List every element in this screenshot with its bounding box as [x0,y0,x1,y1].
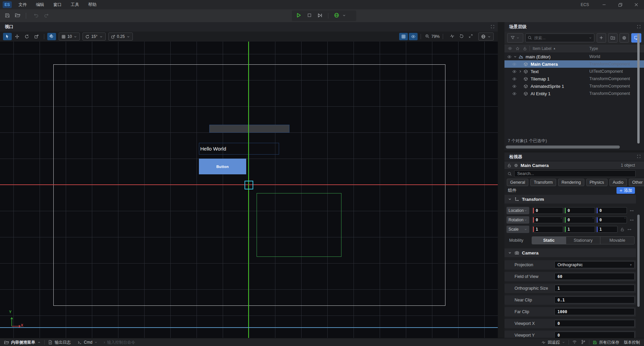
cmd-dropdown[interactable]: Cmd [77,340,98,345]
add-entity-button[interactable] [597,33,606,43]
menu-item[interactable]: 窗口 [52,1,63,8]
x-value-input[interactable]: 1 [532,226,563,233]
property-input[interactable]: 1000 [554,308,635,315]
app-logo[interactable]: ES [3,1,12,8]
chevron-right-icon[interactable] [518,69,522,73]
column-type[interactable]: Type [589,46,598,51]
camera-section-header[interactable]: Camera [504,248,636,257]
stop-button[interactable] [307,13,312,19]
property-input[interactable]: 60 [554,273,635,280]
sort-asc-icon[interactable]: ▲ [553,47,556,50]
close-button[interactable] [631,1,641,9]
trace-dropdown[interactable]: 回追踪 [541,340,565,345]
reset-view-icon[interactable] [459,34,464,40]
inspector-tab[interactable]: General [507,179,528,186]
visibility-eye-icon[interactable] [512,69,517,74]
minimize-button[interactable] [599,1,609,9]
transform-section-header[interactable]: Transform [504,195,636,204]
grid-toggle-button[interactable] [399,33,408,40]
run-target-chevron-icon[interactable] [342,13,346,18]
undo-icon[interactable] [34,13,39,19]
add-component-button[interactable]: 添加 [616,187,635,194]
hierarchy-search[interactable] [525,34,594,42]
hierarchy-vscrollbar[interactable] [637,34,640,143]
inspector-tab[interactable]: Transform [530,179,556,186]
save-icon[interactable] [5,13,10,19]
uniform-scale-lock-icon[interactable] [620,227,625,232]
eye-column-icon[interactable] [508,46,512,51]
inspector-expand-icon[interactable] [637,154,641,159]
run-target-globe-icon[interactable] [334,12,339,19]
text-object[interactable]: Hello World [199,143,279,155]
menu-item[interactable]: 帮助 [87,1,98,8]
rotation-snap-dropdown[interactable]: 15° [83,33,105,41]
object-settings-gear-icon[interactable] [514,163,518,168]
chevron-down-icon[interactable] [513,55,517,59]
hierarchy-row[interactable]: Main Camera TransformComponent [504,60,644,68]
y-value-input[interactable]: 0° [564,217,595,223]
hierarchy-expand-icon[interactable] [637,24,641,30]
inspector-tab[interactable]: Rendering [558,179,584,186]
visibility-toggle-button[interactable] [409,33,418,40]
z-value-input[interactable]: 1 [596,226,618,233]
menu-item[interactable]: 编辑 [34,1,46,8]
property-input[interactable]: 0 [554,332,635,338]
version-control-button[interactable]: 版本控制 [624,340,640,345]
select-tool-button[interactable] [3,33,12,40]
add-folder-button[interactable] [608,33,618,43]
save-status[interactable]: 所有已保存 [593,340,619,345]
axis-mode-dropdown[interactable]: Scale [506,226,529,233]
axis-mode-dropdown[interactable]: Rotation [506,216,529,224]
chevron-down-icon[interactable] [508,251,512,255]
inspector-search[interactable] [514,170,636,177]
hierarchy-search-input[interactable] [534,35,587,41]
y-value-input[interactable]: 1 [564,226,595,233]
rotate-tool-button[interactable] [22,33,31,40]
rect-edit-tool-button[interactable] [32,33,41,40]
property-input[interactable]: 1 [554,285,635,292]
fullscreen-icon[interactable] [469,34,473,39]
x-value-input[interactable]: 0 [532,207,563,214]
hierarchy-row[interactable]: Tilemap 1 TransformComponent [504,75,644,82]
reset-values-icon[interactable] [627,227,632,232]
grid-snap-dropdown[interactable]: 10 [59,33,80,41]
menu-item[interactable]: 工具 [69,1,81,8]
inspector-tab[interactable]: Physics [586,179,607,186]
inspector-vscrollbar[interactable] [637,215,640,307]
maximize-button[interactable] [615,1,625,9]
button-object[interactable]: Button [199,159,246,174]
step-button[interactable] [317,13,323,19]
axis-mode-dropdown[interactable]: Location [506,207,529,214]
mobility-option[interactable]: Movable [600,237,634,244]
play-button[interactable] [296,12,302,19]
source-control-branch-icon[interactable] [581,340,586,345]
snap-magnet-button[interactable] [47,33,56,40]
hierarchy-row[interactable]: Text UITextComponent [504,68,644,75]
inspector-tab[interactable]: Audio [609,179,627,186]
reset-values-icon[interactable] [630,218,634,222]
visibility-eye-icon[interactable] [512,62,517,66]
hierarchy-hscrollbar[interactable] [506,146,620,149]
redo-icon[interactable] [44,13,49,19]
property-input[interactable]: Orthographic ▾ [554,261,635,268]
hierarchy-row[interactable]: AI Entity 1 TransformComponent [504,90,644,97]
visibility-eye-icon[interactable] [507,55,512,59]
z-value-input[interactable]: 0° [596,217,627,223]
hierarchy-row[interactable]: AnimatedSprite 1 TransformComponent [504,82,644,90]
y-value-input[interactable]: 0 [564,207,595,214]
filter-dropdown[interactable] [507,33,523,43]
lock-column-icon[interactable] [523,47,527,51]
column-item-label[interactable]: Item Label [533,46,551,51]
mobility-option[interactable]: Stationary [566,237,600,244]
screen-view-button[interactable] [631,33,641,43]
console-command-input[interactable]: › 输入控制台命令 [104,340,135,345]
search-history-chevron-icon[interactable] [589,36,592,40]
hierarchy-row[interactable]: main (Editor) World [504,53,644,60]
z-value-input[interactable]: 0 [596,207,627,214]
viewport-expand-icon[interactable] [491,24,494,30]
zoom-icon[interactable] [425,34,430,40]
selection-box[interactable] [245,181,253,189]
move-tool-button[interactable] [13,33,21,40]
lock-icon[interactable] [507,163,512,168]
chevron-down-icon[interactable] [508,197,512,201]
